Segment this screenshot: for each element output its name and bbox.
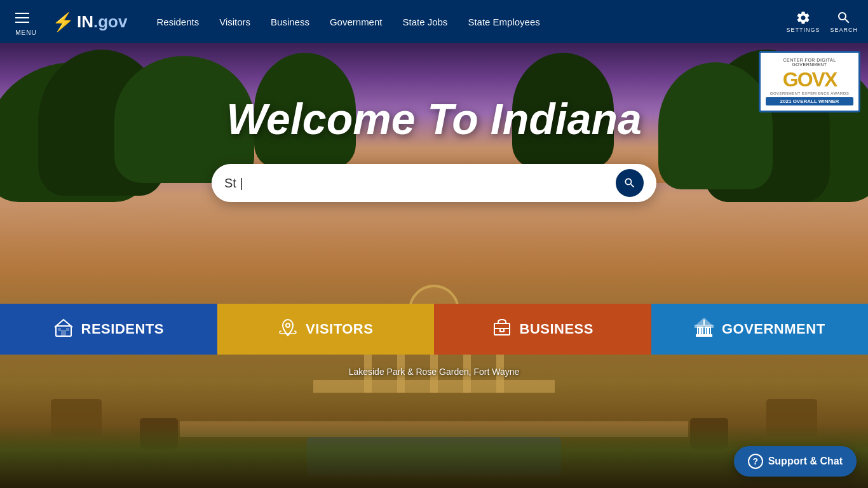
residents-svg-icon [53,317,74,337]
svg-point-4 [286,323,290,327]
visitors-label: Visitors [306,321,373,337]
menu-button[interactable]: MENU [10,8,42,36]
hero-title: Welcome To Indiana [226,94,642,144]
nav-government[interactable]: Government [321,11,391,32]
support-chat-button[interactable]: ? Support & Chat [734,446,857,477]
svg-rect-3 [66,328,69,331]
search-submit-icon [623,177,636,189]
svg-rect-13 [701,327,703,335]
hamburger-icon[interactable] [10,8,34,28]
header-actions: SETTINGS SEARCH [786,10,858,33]
nav-visitors[interactable]: Visitors [210,11,259,32]
category-government-button[interactable]: Government [651,304,869,355]
government-icon [694,317,714,342]
svg-rect-12 [698,327,700,335]
category-residents-button[interactable]: Residents [0,304,217,355]
svg-rect-1 [61,330,66,336]
govx-winner-label: 2021 OVERALL WINNER [766,97,853,105]
category-business-button[interactable]: Business [434,304,651,355]
visitors-icon [278,317,298,342]
nav-business[interactable]: Business [262,11,318,32]
nav-state-employees[interactable]: State Employees [459,11,548,32]
menu-label: MENU [15,29,36,36]
svg-rect-7 [500,329,504,332]
main-header: MENU ⚡ IN.gov Residents Visitors Busines… [0,0,868,43]
govx-award-name: GOVERNMENT EXPERIENCE AWARDS [766,92,853,95]
business-icon [492,317,512,342]
settings-icon [796,10,811,25]
settings-button[interactable]: SETTINGS [786,10,820,33]
govx-logo: GOVX [766,69,853,90]
svg-rect-15 [709,327,710,335]
torch-icon: ⚡ [52,11,74,32]
search-input[interactable] [224,176,616,191]
logo-text: IN.gov [77,12,127,32]
government-svg-icon [694,317,714,337]
site-logo[interactable]: ⚡ IN.gov [52,11,127,32]
category-visitors-button[interactable]: Visitors [217,304,435,355]
government-label: Government [722,321,825,337]
main-nav: Residents Visitors Business Government S… [147,11,786,32]
support-chat-label: Support & Chat [768,456,843,467]
search-submit-button[interactable] [616,169,644,197]
business-svg-icon [492,317,512,337]
govx-award-badge: CENTER FOR DIGITAL GOVERNMENT GOVX GOVER… [759,51,860,112]
nav-residents[interactable]: Residents [147,11,208,32]
business-label: Business [520,321,593,337]
search-icon [836,10,851,25]
search-bar [212,164,656,202]
search-button[interactable]: SEARCH [830,10,858,33]
svg-rect-2 [58,328,61,331]
visitors-svg-icon [278,317,298,337]
support-chat-icon: ? [748,454,763,469]
govx-org-name: CENTER FOR DIGITAL GOVERNMENT [766,58,853,67]
svg-rect-14 [705,327,707,335]
svg-marker-11 [696,318,712,325]
residents-icon [53,317,74,342]
category-buttons: Residents Visitors Business [0,304,868,355]
nav-state-jobs[interactable]: State Jobs [393,11,456,32]
hero-content: Welcome To Indiana [0,43,868,488]
location-caption: Lakeside Park & Rose Garden, Fort Wayne [0,367,868,377]
residents-label: Residents [81,321,164,337]
